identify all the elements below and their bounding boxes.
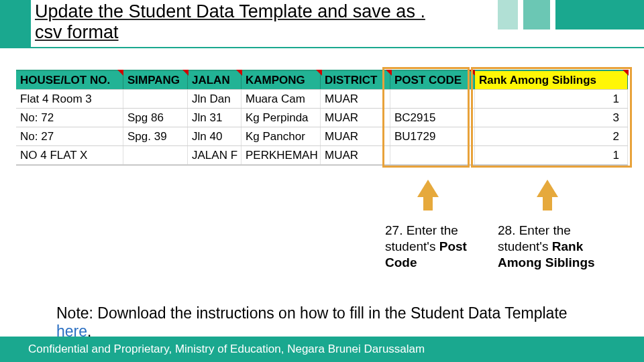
cell: No: 72: [16, 109, 123, 127]
title-accent-block-dark: [555, 0, 644, 29]
col-jalan: JALAN: [188, 71, 241, 89]
cell: NO 4 FLAT X: [16, 146, 123, 164]
cell: PERKHEMAH: [241, 146, 321, 164]
cell: [123, 90, 188, 108]
cell: Spg 86: [123, 109, 188, 127]
cell: Spg. 39: [123, 127, 188, 145]
arrow-up-icon: [537, 180, 558, 197]
callout-rank: 28. Enter the student's Rank Among Sibli…: [498, 223, 612, 270]
footer-bar: Confidential and Proprietary, Ministry o…: [0, 337, 644, 362]
cell: [123, 146, 188, 164]
cell: MUAR: [321, 109, 390, 127]
cell: MUAR: [321, 146, 390, 164]
col-kampong: KAMPONG: [241, 71, 321, 89]
title-accent-left: [0, 0, 31, 48]
note-line: Note: Download the instructions on how t…: [56, 304, 606, 341]
col-house: HOUSE/LOT NO.: [16, 71, 123, 89]
col-simpang: SIMPANG: [123, 71, 188, 89]
arrow-up-icon: [417, 180, 439, 197]
title-accent-block-mid: [523, 0, 550, 29]
highlight-postcode: [382, 67, 470, 168]
comment-marker-icon: [316, 70, 322, 76]
cell: No: 27: [16, 127, 123, 145]
title-underline: [31, 47, 644, 48]
col-district: DISTRICT: [321, 71, 390, 89]
cell: Jln Dan: [188, 90, 241, 108]
cell: Jln 40: [188, 127, 241, 145]
cell: Kg Perpinda: [241, 109, 321, 127]
cell: MUAR: [321, 90, 390, 108]
cell: Muara Cam: [241, 90, 321, 108]
cell: MUAR: [321, 127, 390, 145]
callout-postcode: 27. Enter the student's Post Code: [385, 223, 499, 270]
comment-marker-icon: [182, 70, 189, 76]
note-text: Note: Download the instructions on how t…: [56, 304, 568, 322]
cell: Flat 4 Room 3: [16, 90, 123, 108]
title-bar: Update the Student Data Template and sav…: [0, 0, 644, 48]
page-title: Update the Student Data Template and sav…: [35, 1, 444, 43]
highlight-rank: [471, 67, 632, 168]
cell: Jln 31: [188, 109, 241, 127]
title-accent-block-light: [498, 0, 518, 29]
comment-marker-icon: [117, 70, 123, 76]
cell: JALAN F: [188, 146, 241, 164]
comment-marker-icon: [236, 70, 242, 76]
cell: Kg Panchor: [241, 127, 321, 145]
footer-text: Confidential and Proprietary, Ministry o…: [28, 343, 425, 356]
